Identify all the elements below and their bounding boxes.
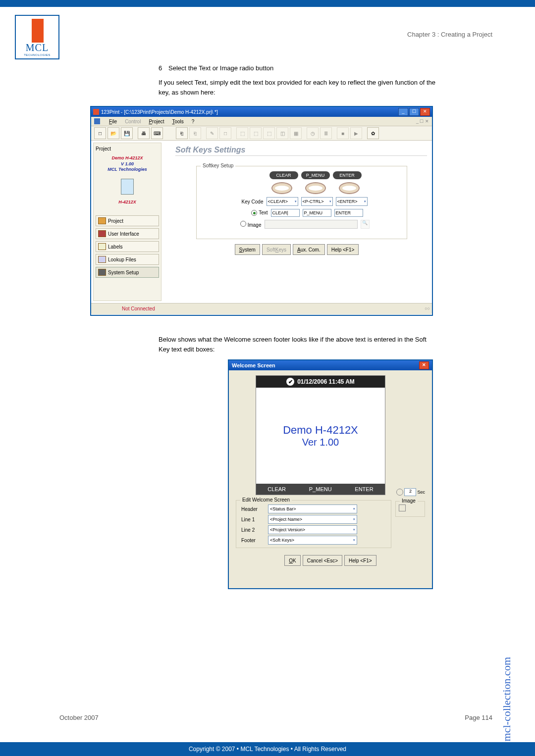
sidebar-project[interactable]: Project (96, 215, 159, 226)
softkeys-button[interactable]: Soft Keys (262, 244, 291, 255)
tool-save[interactable]: 💾 (121, 127, 133, 139)
image-checkbox[interactable] (399, 504, 406, 511)
row-line2-label: Line 2 (241, 527, 264, 533)
tool-c[interactable]: ✎ (206, 127, 218, 139)
tool-i[interactable]: ▦ (290, 127, 302, 139)
tool-new[interactable]: □ (94, 127, 106, 139)
softkey-legend: Softkey Setup (201, 163, 235, 168)
menu-project[interactable]: Project (149, 119, 164, 124)
mcl-logo: MCL TECHNOLOGIES (15, 15, 59, 59)
step-number: 6 (159, 64, 168, 72)
row-header-select[interactable]: <Status Bar>▾ (268, 504, 357, 513)
pill-clear: CLEAR (269, 171, 298, 179)
menu-file[interactable]: File (109, 119, 117, 124)
status-text: Not Connected (122, 306, 155, 311)
check-icon: ✔ (286, 378, 294, 386)
row-line1-select[interactable]: <Project Name>▾ (268, 515, 357, 524)
text-input-1[interactable] (271, 209, 300, 217)
paragraph-1: If you select Text, simply edit the text… (159, 78, 436, 97)
image-legend: Image (400, 498, 418, 504)
logo-text: MCL (26, 42, 49, 53)
welcome-display: ✔ 01/12/2006 11:45 AM Demo H-4212X Ver 1… (256, 375, 385, 495)
text-input-3[interactable] (334, 209, 363, 217)
row-header-label: Header (241, 506, 264, 512)
welcome-proj-ver: Ver 1.00 (302, 437, 339, 448)
doc-icon (94, 118, 100, 124)
radio-text[interactable] (251, 210, 257, 216)
edit-welcome-fieldset: Edit Welcome Screen Header <Status Bar>▾… (236, 500, 391, 548)
image-fieldset: Image (395, 501, 425, 517)
mdi-controls[interactable]: _ ☐ ✕ (416, 119, 429, 124)
menu-help[interactable]: ? (192, 119, 195, 124)
tool-k[interactable]: ≣ (320, 127, 332, 139)
sidebar-lookup[interactable]: Lookup Files (96, 254, 159, 265)
key-oval-1 (271, 182, 292, 194)
titlebar-icon (93, 109, 99, 115)
key-oval-2 (305, 182, 326, 194)
help-button[interactable]: Help <F1> (327, 244, 359, 255)
welcome-close-button[interactable]: ✕ (419, 361, 429, 369)
row-line2-select[interactable]: <Project Version>▾ (268, 525, 357, 534)
timer-value[interactable]: 2 (404, 488, 416, 496)
text-label: Text (259, 210, 268, 215)
timer-control: 2 Sec (396, 488, 425, 496)
sidebar-ui[interactable]: User Interface (96, 228, 159, 239)
step-text: Select the Text or Image radio button (168, 64, 273, 72)
welcome-title: Welcome Screen (232, 362, 275, 368)
browse-image-button: 🔍 (361, 220, 370, 229)
radio-image[interactable] (240, 221, 246, 227)
copyright: Copyright © 2007 • MCL Technologies • Al… (0, 742, 535, 756)
tool-m[interactable]: ▶ (350, 127, 362, 139)
window-title: 123Print - [C:\123Print\Projects\Demo H-… (101, 109, 218, 115)
keycode-select-2[interactable]: <P-CTRL>▾ (301, 197, 333, 206)
auxcom-button[interactable]: Aux. Com. (293, 244, 325, 255)
site-url: ✦ www.mcl-collection.com (500, 657, 513, 756)
tool-printer2[interactable]: ⌨ (151, 127, 163, 139)
tool-a[interactable]: ⎗ (176, 127, 188, 139)
screenshot-welcome: Welcome Screen ✕ ✔ 01/12/2006 11:45 AM D… (228, 359, 433, 589)
clock-icon (396, 489, 403, 496)
image-path-disabled (265, 220, 358, 229)
sidebar-labels[interactable]: Labels (96, 241, 159, 252)
tool-d[interactable]: □ (219, 127, 231, 139)
project-label: Project (96, 146, 159, 151)
tool-open[interactable]: 📂 (107, 127, 119, 139)
printer-icon (121, 179, 134, 195)
keycode-select-3[interactable]: <ENTER>▾ (336, 197, 368, 206)
system-button[interactable]: System (235, 244, 260, 255)
project-info: Demo H-4212X V 1.00 MCL Technologies (96, 155, 159, 173)
printer-model: H-4212X (96, 200, 159, 204)
tool-printer1[interactable]: 🖶 (138, 127, 150, 139)
footer-date: October 2007 (59, 714, 99, 721)
softkey-fieldset: Softkey Setup CLEAR P_MENU ENTER Key Cod… (196, 166, 407, 239)
timer-unit: Sec (417, 490, 425, 495)
cancel-button[interactable]: Cancel <Esc> (303, 555, 342, 566)
sidebar: Project Demo H-4212X V 1.00 MCL Technolo… (93, 143, 161, 301)
maximize-button[interactable]: ☐ (409, 108, 419, 116)
row-footer-select[interactable]: <Soft Keys>▾ (268, 536, 357, 545)
tool-g[interactable]: ⬚ (263, 127, 275, 139)
toolbar: □ 📂 💾 🖶 ⌨ ⎗ ⎗ ✎ □ ⬚ ⬚ ⬚ ◫ ▦ ◷ ≣ ■ ▶ ✿ (91, 126, 432, 141)
menu-control[interactable]: Control (125, 119, 141, 124)
welcome-footer-1: CLEAR (268, 486, 286, 492)
menu-tools[interactable]: Tools (172, 119, 184, 124)
tool-e[interactable]: ⬚ (236, 127, 248, 139)
ok-button[interactable]: OK (284, 555, 300, 566)
text-input-2[interactable] (303, 209, 331, 217)
help-button-2[interactable]: Help <F1> (344, 555, 376, 566)
pill-pmenu: P_MENU (301, 171, 330, 179)
keycode-select-1[interactable]: <CLEAR>▾ (267, 197, 298, 206)
status-lights: ○○ (425, 306, 430, 311)
key-oval-3 (339, 182, 360, 194)
tool-j[interactable]: ◷ (307, 127, 319, 139)
tool-b[interactable]: ⎗ (189, 127, 201, 139)
sidebar-system[interactable]: System Setup (96, 267, 159, 278)
close-button[interactable]: ✕ (420, 108, 430, 116)
pill-enter: ENTER (333, 171, 362, 179)
minimize-button[interactable]: _ (398, 108, 408, 116)
image-label: Image (248, 222, 262, 228)
tool-l[interactable]: ■ (337, 127, 349, 139)
tool-h[interactable]: ◫ (276, 127, 288, 139)
tool-f[interactable]: ⬚ (250, 127, 262, 139)
tool-gear[interactable]: ✿ (367, 127, 379, 139)
